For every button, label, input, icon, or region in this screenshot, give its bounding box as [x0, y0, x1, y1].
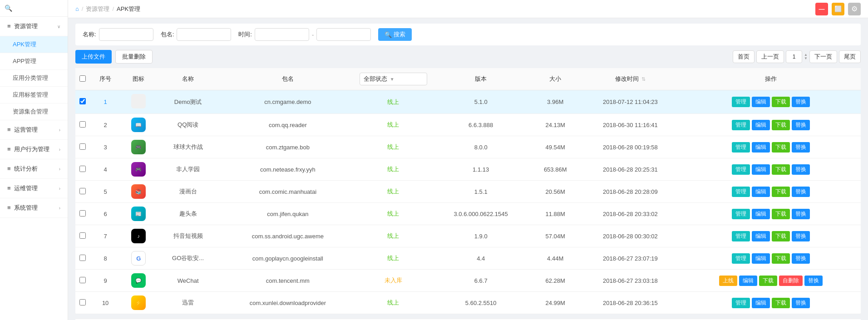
cell-actions: 管理编辑下载替换	[681, 203, 861, 225]
sidebar-item-system[interactable]: ≡ 系统管理 ›	[0, 198, 68, 218]
first-page-btn-top[interactable]: 首页	[733, 50, 755, 63]
action-btn-replace[interactable]: 替换	[804, 276, 823, 286]
header-btn-yellow[interactable]: ⬜	[832, 3, 844, 15]
action-btn-replace[interactable]: 替换	[792, 187, 810, 197]
action-btn-edit[interactable]: 编辑	[752, 298, 770, 308]
row-checkbox-2[interactable]	[79, 121, 86, 128]
row-checkbox-3[interactable]	[79, 143, 86, 150]
sidebar-label-stats: 统计分析	[14, 165, 38, 172]
sidebar-sub-item-tags[interactable]: 应用标签管理	[0, 87, 68, 103]
action-btn-replace[interactable]: 替换	[792, 253, 810, 264]
gear-icon[interactable]: ⚙	[848, 3, 861, 15]
action-btn-edit[interactable]: 编辑	[752, 97, 770, 107]
action-btn-edit[interactable]: 编辑	[752, 164, 770, 175]
action-btn-download[interactable]: 下载	[772, 120, 790, 130]
action-btn-replace[interactable]: 替换	[792, 97, 810, 107]
action-btn-replace[interactable]: 替换	[792, 209, 810, 219]
row-checkbox-7[interactable]	[79, 232, 86, 239]
action-btn-replace[interactable]: 替换	[792, 120, 810, 130]
th-status[interactable]: 全部状态 ▼	[356, 68, 431, 90]
time-end-input[interactable]	[316, 28, 371, 41]
action-btn-download[interactable]: 下载	[772, 298, 790, 308]
menu-icon-system: ≡	[7, 204, 11, 211]
sidebar-sub-item-apk[interactable]: APK管理	[0, 36, 68, 53]
filter-time: 时间: -	[238, 28, 371, 41]
action-btn-edit[interactable]: 编辑	[752, 209, 770, 219]
action-btn-edit[interactable]: 编辑	[752, 120, 770, 130]
table-row: 4🎮非人学园com.netease.frxy.yyh线上1.1.13653.86…	[75, 158, 861, 181]
action-btn-edit[interactable]: 编辑	[752, 253, 770, 264]
next-page-btn-top[interactable]: 下一页	[809, 50, 837, 63]
row-checkbox-8[interactable]	[79, 255, 86, 261]
sidebar-item-operations[interactable]: ≡ 运营管理 ›	[0, 120, 68, 140]
th-name: 名称	[156, 68, 220, 90]
cell-name: 漫画台	[156, 181, 220, 203]
action-btn-download[interactable]: 下载	[772, 142, 790, 153]
batch-delete-button[interactable]: 批量删除	[115, 50, 153, 64]
sidebar-item-ops-mgmt[interactable]: ≡ 运维管理 ›	[0, 179, 68, 198]
action-btn-manage[interactable]: 管理	[732, 120, 750, 130]
action-btn-replace[interactable]: 替换	[792, 298, 810, 308]
action-btn-download[interactable]: 下载	[772, 97, 790, 107]
cell-version: 1.5.1	[431, 181, 531, 203]
row-checkbox-10[interactable]	[79, 299, 86, 305]
action-btn-edit[interactable]: 编辑	[752, 142, 770, 153]
action-btn-group: 管理编辑下载替换	[684, 253, 857, 264]
breadcrumb-resources[interactable]: 资源管理	[86, 5, 109, 13]
search-button[interactable]: 🔍 搜索	[378, 28, 412, 41]
package-input[interactable]	[177, 28, 231, 41]
last-page-btn-top[interactable]: 尾页	[839, 50, 861, 63]
page-arrows-top[interactable]: ▲ ▼	[804, 53, 808, 60]
sidebar-sub-item-app[interactable]: APP管理	[0, 53, 68, 70]
action-btn-edit[interactable]: 编辑	[739, 276, 757, 286]
action-btn-manage[interactable]: 管理	[732, 231, 750, 241]
action-btn-manage[interactable]: 管理	[732, 164, 750, 175]
action-btn-delete[interactable]: 自删除	[779, 276, 803, 286]
page-number-top: 1	[786, 50, 802, 63]
chevron-icon-opsmgmt: ›	[59, 186, 60, 191]
row-checkbox-1[interactable]	[79, 98, 86, 104]
row-checkbox-6[interactable]	[79, 210, 86, 217]
sidebar-item-resources[interactable]: ≡ 资源管理 ∨	[0, 17, 68, 36]
home-icon[interactable]: ⌂	[75, 5, 79, 12]
action-btn-manage[interactable]: 管理	[732, 253, 750, 264]
page-down-arrow[interactable]: ▼	[804, 57, 808, 60]
action-btn-download[interactable]: 下载	[772, 253, 790, 264]
sidebar-sub-item-category[interactable]: 应用分类管理	[0, 70, 68, 87]
seq-link[interactable]: 1	[104, 98, 107, 105]
action-btn-online[interactable]: 上线	[719, 276, 737, 286]
upload-button[interactable]: 上传文件	[75, 50, 112, 64]
row-checkbox-5[interactable]	[79, 188, 86, 194]
prev-page-btn-top[interactable]: 上一页	[756, 50, 784, 63]
th-modified[interactable]: 修改时间 ⇅	[580, 68, 681, 90]
cell-actions: 管理编辑下载替换	[681, 114, 861, 136]
sidebar-search[interactable]: 🔍	[0, 0, 68, 17]
action-btn-download[interactable]: 下载	[759, 276, 777, 286]
filter-name-label: 名称:	[83, 30, 96, 39]
sidebar-item-user-behavior[interactable]: ≡ 用户行为管理 ›	[0, 140, 68, 159]
action-btn-edit[interactable]: 编辑	[752, 187, 770, 197]
action-btn-manage[interactable]: 管理	[732, 209, 750, 219]
action-btn-download[interactable]: 下载	[772, 231, 790, 241]
sidebar-item-stats[interactable]: ≡ 统计分析 ›	[0, 159, 68, 179]
action-btn-manage[interactable]: 管理	[732, 97, 750, 107]
header-btn-red[interactable]: —	[815, 3, 828, 15]
select-all-checkbox[interactable]	[79, 75, 86, 82]
search-btn-label: 搜索	[394, 30, 405, 39]
name-input[interactable]	[99, 28, 153, 41]
row-checkbox-4[interactable]	[79, 166, 86, 172]
action-btn-manage[interactable]: 管理	[732, 187, 750, 197]
cell-status: 线上	[356, 247, 431, 270]
time-start-input[interactable]	[255, 28, 309, 41]
action-btn-manage[interactable]: 管理	[732, 142, 750, 153]
action-btn-download[interactable]: 下载	[772, 164, 790, 175]
action-btn-edit[interactable]: 编辑	[752, 231, 770, 241]
action-btn-replace[interactable]: 替换	[792, 164, 810, 175]
row-checkbox-9[interactable]	[79, 277, 86, 283]
action-btn-download[interactable]: 下载	[772, 187, 790, 197]
action-btn-manage[interactable]: 管理	[732, 298, 750, 308]
action-btn-replace[interactable]: 替换	[792, 142, 810, 153]
action-btn-download[interactable]: 下载	[772, 209, 790, 219]
sidebar-sub-item-collection[interactable]: 资源集合管理	[0, 103, 68, 120]
action-btn-replace[interactable]: 替换	[792, 231, 810, 241]
